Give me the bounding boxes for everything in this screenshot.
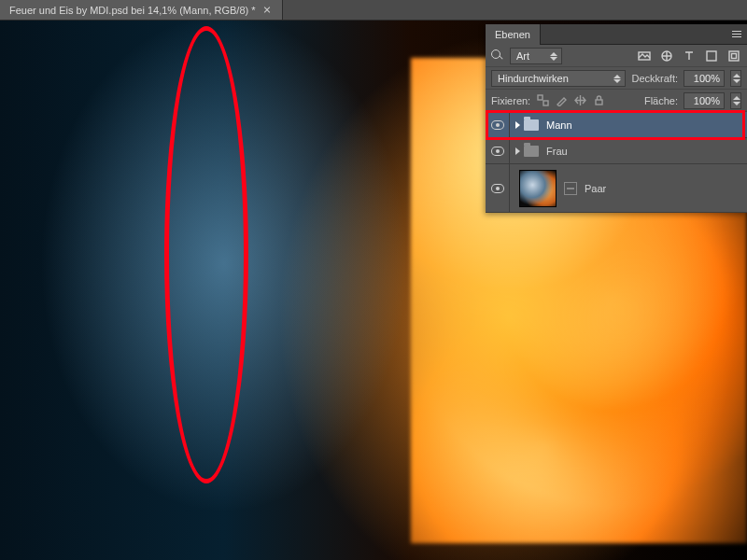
filter-adjust-icon[interactable]	[659, 49, 674, 63]
opacity-stepper[interactable]	[730, 70, 741, 87]
opacity-label: Deckkraft:	[631, 73, 678, 84]
layer-row-mann[interactable]: Mann	[486, 112, 747, 138]
layer-name[interactable]: Mann	[546, 119, 747, 131]
filter-icon-group	[637, 49, 741, 63]
panel-tab-ebenen[interactable]: Ebenen	[486, 24, 541, 45]
document-tab[interactable]: Feuer und Eis by MDI.psd bei 14,1% (Mann…	[0, 0, 283, 20]
lock-all-icon[interactable]	[592, 94, 605, 107]
chevron-updown-icon	[613, 75, 621, 82]
fill-stepper[interactable]	[730, 92, 741, 109]
filter-type-icon[interactable]	[682, 49, 697, 63]
lock-pixels-icon[interactable]	[555, 94, 568, 107]
blend-opacity-row: Hindurchwirken Deckkraft: 100%	[486, 67, 747, 90]
filter-kind-label: Art	[516, 50, 529, 62]
lock-label: Fixieren:	[491, 95, 530, 106]
disclosure-triangle-icon[interactable]	[515, 147, 520, 155]
svg-rect-3	[729, 51, 739, 61]
opacity-value[interactable]: 100%	[684, 70, 725, 87]
layers-panel: Ebenen Art Hindurchwirken Deckkraft: 100…	[486, 24, 747, 213]
fill-label: Fläche:	[644, 95, 678, 106]
layer-thumbnail	[519, 170, 557, 207]
document-tab-bar: Feuer und Eis by MDI.psd bei 14,1% (Mann…	[0, 0, 747, 21]
eye-icon	[491, 184, 504, 193]
layer-name[interactable]: Paar	[585, 183, 747, 194]
annotation-ellipse	[164, 26, 248, 483]
blend-mode-value: Hindurchwirken	[498, 73, 569, 84]
chevron-updown-icon	[550, 52, 557, 60]
fill-value[interactable]: 100%	[684, 92, 725, 109]
svg-rect-5	[538, 95, 543, 100]
visibility-toggle[interactable]	[486, 138, 510, 163]
layer-name[interactable]: Frau	[546, 146, 747, 157]
eye-icon	[491, 147, 504, 156]
panel-tab-strip: Ebenen	[486, 24, 747, 45]
svg-rect-6	[543, 101, 548, 105]
disclosure-triangle-icon[interactable]	[515, 121, 520, 129]
svg-rect-4	[732, 53, 737, 58]
filter-kind-dropdown[interactable]: Art	[510, 48, 562, 64]
blend-mode-dropdown[interactable]: Hindurchwirken	[491, 70, 626, 87]
document-tab-title: Feuer und Eis by MDI.psd bei 14,1% (Mann…	[9, 5, 256, 16]
filter-shape-icon[interactable]	[704, 49, 719, 63]
folder-icon	[524, 146, 539, 157]
layer-list: Mann Frau Paar	[486, 112, 747, 213]
panel-menu-icon[interactable]	[726, 24, 747, 45]
lock-icon-group	[536, 94, 605, 107]
lock-transparent-icon[interactable]	[536, 94, 549, 107]
eye-icon	[491, 120, 504, 130]
layer-row-paar[interactable]: Paar	[486, 164, 747, 213]
svg-rect-2	[707, 51, 716, 61]
svg-rect-7	[596, 100, 602, 105]
lock-position-icon[interactable]	[573, 94, 586, 107]
layer-row-frau[interactable]: Frau	[486, 138, 747, 164]
lock-fill-row: Fixieren: Fläche: 100%	[486, 90, 747, 112]
close-icon[interactable]	[263, 7, 271, 14]
filter-smart-icon[interactable]	[726, 49, 741, 63]
visibility-toggle[interactable]	[486, 164, 510, 212]
filter-pixel-icon[interactable]	[637, 49, 652, 63]
link-icon[interactable]	[564, 182, 577, 195]
search-icon	[491, 49, 504, 63]
folder-icon	[524, 119, 539, 131]
visibility-toggle[interactable]	[486, 112, 510, 137]
layer-filter-row: Art	[486, 45, 747, 67]
